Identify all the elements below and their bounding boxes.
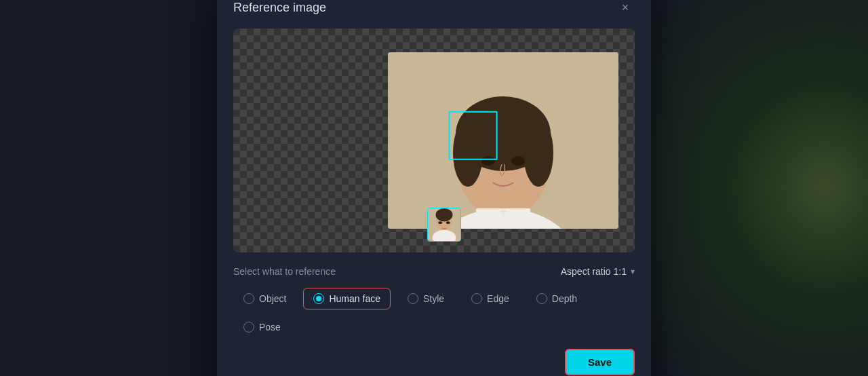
dialog-header: Reference image × [233, 0, 635, 18]
close-button[interactable]: × [616, 0, 635, 18]
radio-style [408, 293, 418, 304]
radio-object [243, 293, 254, 304]
controls-row: Select what to reference Aspect ratio 1:… [233, 266, 635, 277]
option-style-label: Style [423, 293, 444, 304]
select-what-label: Select what to reference [233, 266, 336, 277]
aspect-ratio-label: Aspect ratio 1:1 [561, 266, 627, 277]
option-human-face-label: Human face [329, 293, 380, 304]
reference-image-dialog: Reference image × [217, 0, 651, 376]
person-illustration [388, 52, 618, 229]
option-edge[interactable]: Edge [461, 288, 519, 309]
background-right [651, 0, 868, 376]
option-pose-label: Pose [259, 322, 281, 333]
face-detection-box [449, 111, 498, 159]
option-style[interactable]: Style [397, 288, 454, 309]
save-button[interactable]: Save [565, 349, 635, 375]
main-photo [388, 52, 618, 229]
radio-edge [471, 293, 482, 304]
option-object-label: Object [259, 293, 286, 304]
svg-point-14 [446, 221, 450, 224]
option-depth[interactable]: Depth [526, 288, 587, 309]
option-edge-label: Edge [487, 293, 509, 304]
option-depth-label: Depth [552, 293, 577, 304]
radio-inner-human-face [316, 296, 321, 301]
dialog-title: Reference image [233, 1, 326, 15]
svg-point-13 [438, 221, 442, 224]
thumbnail-illustration [428, 208, 460, 241]
aspect-ratio-selector[interactable]: Aspect ratio 1:1 ▾ [561, 266, 635, 277]
svg-point-6 [524, 119, 553, 187]
face-thumbnail [427, 208, 461, 242]
svg-point-12 [436, 208, 453, 221]
chevron-down-icon: ▾ [631, 267, 635, 276]
background-left [0, 0, 217, 376]
option-object[interactable]: Object [233, 288, 296, 309]
radio-pose [243, 322, 254, 333]
svg-point-8 [511, 156, 525, 166]
reference-options: Object Human face Style Edge [233, 288, 635, 338]
option-pose[interactable]: Pose [233, 316, 291, 338]
image-preview-area [233, 29, 635, 252]
bottom-row: Save [233, 349, 635, 375]
radio-depth [536, 293, 547, 304]
radio-human-face [313, 293, 324, 304]
option-human-face[interactable]: Human face [303, 288, 390, 309]
